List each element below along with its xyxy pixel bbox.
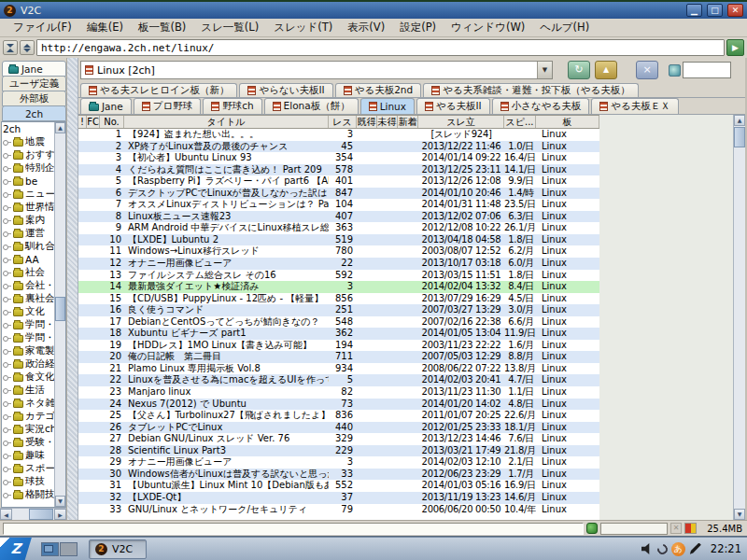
tree-item[interactable]: 裏社会 <box>3 292 54 305</box>
board-tab[interactable]: やる夫スレヒロイン板（新） <box>80 83 237 97</box>
tree-item[interactable]: 食文化 <box>3 371 54 384</box>
menu-item[interactable]: 表示(V) <box>340 20 392 35</box>
tree-item[interactable]: be <box>3 175 54 188</box>
menu-item[interactable]: スレ一覧(L) <box>193 20 266 35</box>
scroll-down-icon[interactable]: ▼ <box>55 496 65 507</box>
tree-expand-handle[interactable] <box>3 479 11 485</box>
ime-tool-icon[interactable] <box>655 541 669 555</box>
tree-expand-handle[interactable] <box>3 309 11 315</box>
table-row[interactable]: 19【HDDレス】1MO Linux【書き込み可能】1942003/11/23 … <box>78 340 599 352</box>
tree-item[interactable]: 実況ch <box>3 423 54 436</box>
table-row[interactable]: 23Manjaro linux822013/11/23 11:301.1/日Li… <box>78 386 599 399</box>
close-button[interactable]: ✕ <box>727 4 743 17</box>
table-row[interactable]: 4くだらねえ質問はここに書き込め！ Part 2095782013/12/25 … <box>78 164 599 176</box>
table-row[interactable]: 31【Ubuntu派生】Linux Mint 10【Debian版もある...5… <box>78 480 599 492</box>
tree-expand-handle[interactable] <box>3 335 11 342</box>
tree-expand-handle[interactable] <box>3 191 11 198</box>
column-header[interactable]: 新着 <box>398 116 418 128</box>
tree-expand-handle[interactable] <box>3 322 11 329</box>
refresh-button[interactable]: ↻ <box>568 61 590 79</box>
scroll-track[interactable] <box>734 126 745 509</box>
board-tab[interactable]: 野球ch <box>203 98 261 114</box>
thread-list-scrollbar[interactable]: ▲ ▼ <box>733 115 745 520</box>
tree-item[interactable]: 文化 <box>3 305 54 318</box>
menu-item[interactable]: 編集(E) <box>79 20 131 35</box>
tree-expand-handle[interactable] <box>3 139 11 146</box>
sidebar-vertical-scrollbar[interactable]: ▲ ▼ <box>54 122 65 507</box>
table-row[interactable]: 2XP終了がLinux普及の最後のチャンス452013/12/22 11:461… <box>78 141 599 153</box>
tree-item[interactable]: ニュース <box>3 188 54 201</box>
tree-item[interactable]: 球技 <box>3 475 54 488</box>
tree-expand-handle[interactable] <box>3 492 11 498</box>
title-bar[interactable]: 2 V2C ▁ □ ✕ <box>0 0 747 19</box>
tree-item[interactable]: 政治経済 <box>3 357 54 371</box>
tree-expand-handle[interactable] <box>3 466 11 472</box>
tree-expand-handle[interactable] <box>3 231 11 237</box>
sidebar-horizontal-scrollbar[interactable]: ◀ ▶ <box>0 508 66 520</box>
scroll-left-icon[interactable]: ◀ <box>0 509 12 520</box>
scroll-top-button[interactable]: ▲ <box>595 61 617 79</box>
column-header[interactable]: タイトル <box>124 116 329 128</box>
table-row[interactable]: 17DebianとCentOSってどっちが鯖向きなの？5482007/02/16… <box>78 316 599 329</box>
tree-expand-handle[interactable] <box>3 413 11 420</box>
board-tab[interactable]: やる夫板II <box>416 98 490 114</box>
collapse-panes-button[interactable] <box>3 40 18 55</box>
tree-item[interactable]: 会社・職 <box>3 279 54 292</box>
tree-item[interactable]: ネタ雑談 <box>3 397 54 410</box>
menu-item[interactable]: 板一覧(B) <box>131 20 193 35</box>
search-input[interactable] <box>683 62 731 78</box>
tree-item[interactable]: 案内 <box>3 214 54 227</box>
column-header[interactable]: 未得 <box>377 116 398 128</box>
thread-table-header[interactable]: !FCNo.タイトルレス既得未得新着スレ立スピ...板 <box>78 115 599 129</box>
menu-item[interactable]: スレッド(T) <box>266 20 340 35</box>
tree-expand-handle[interactable] <box>3 244 11 250</box>
start-menu-button[interactable]: Z <box>0 538 32 560</box>
tree-expand-handle[interactable] <box>3 374 11 381</box>
chevron-down-icon[interactable]: ▼ <box>537 62 552 78</box>
menu-item[interactable]: ヘルプ(H) <box>532 20 597 35</box>
minimize-button[interactable]: ▁ <box>686 4 702 17</box>
tree-item[interactable]: 社会 <box>3 266 54 279</box>
sidebar-tab-2ch[interactable]: 2ch <box>2 105 66 121</box>
tree-item[interactable]: AA <box>3 253 54 266</box>
board-tab[interactable]: やらない夫板II <box>239 83 332 97</box>
pane-splitter[interactable] <box>67 58 78 520</box>
table-row[interactable]: 26タブレットPCでLinux4402012/01/25 23:3318.1/月… <box>78 422 599 434</box>
column-header[interactable]: スピ... <box>504 116 536 128</box>
tree-expand-handle[interactable] <box>3 204 11 211</box>
go-button[interactable]: ▶ <box>726 39 744 56</box>
board-tab[interactable]: プロ野球 <box>134 98 202 114</box>
tree-item[interactable]: 特別企画 <box>3 161 54 175</box>
taskbar-window-button[interactable]: 2 V2C <box>89 539 147 559</box>
scroll-thumb[interactable] <box>734 127 745 147</box>
tree-item[interactable]: 馴れ合い <box>3 240 54 253</box>
menu-item[interactable]: 設定(P) <box>392 20 444 35</box>
scroll-thumb[interactable] <box>29 509 53 520</box>
column-header[interactable]: FC <box>87 116 100 128</box>
board-tab[interactable]: やる夫板ＥＸ <box>591 98 679 114</box>
table-row[interactable]: 11Windows→Linux移行スレッド7802003/08/07 12:52… <box>78 245 599 258</box>
expand-panes-button[interactable] <box>20 40 35 55</box>
search-icon[interactable] <box>669 64 681 77</box>
table-row[interactable]: 9ARM Android 中華デバイスにLinux移植スレ総合3632012/1… <box>78 222 599 234</box>
table-row[interactable]: 7オススメLinuxディストリビューションは？ Part511042014/01… <box>78 199 599 211</box>
table-row[interactable]: 10【LXDE】Lubuntu 25192013/04/18 04:581.8/… <box>78 234 599 246</box>
tree-item[interactable]: 受験・学 <box>3 436 54 449</box>
table-row[interactable]: 13ファイルシステム総合スレ その165922013/03/15 11:511.… <box>78 270 599 282</box>
table-row[interactable]: 21Plamo Linux 専用掲示板 Vol.89342008/06/22 0… <box>78 363 599 375</box>
tree-expand-handle[interactable] <box>3 165 11 172</box>
table-row[interactable]: 30Windows信者がLinuxは普及する訳ないと思った時68332012/0… <box>78 469 599 481</box>
tree-expand-handle[interactable] <box>3 178 11 185</box>
tree-expand-handle[interactable] <box>3 387 11 394</box>
table-row[interactable]: 20俺の日記帳 第二冊目7112007/05/03 12:298.8/月Linu… <box>78 351 599 363</box>
board-tab[interactable]: やる夫系雑談・避難・投下板（やる夫板） <box>423 83 638 97</box>
scroll-thumb[interactable] <box>55 297 65 321</box>
board-combobox[interactable]: Linux [2ch] ▼ <box>80 61 553 79</box>
scroll-up-icon[interactable]: ▲ <box>734 115 745 126</box>
board-tab[interactable]: Elona板（餅） <box>264 98 359 114</box>
board-tab[interactable]: Linux <box>360 98 415 114</box>
combo-field[interactable]: Linux [2ch] <box>81 62 537 78</box>
tree-expand-handle[interactable] <box>3 453 11 459</box>
menu-item[interactable]: ウィンドウ(W) <box>444 20 532 35</box>
scroll-right-icon[interactable]: ▶ <box>54 509 66 520</box>
